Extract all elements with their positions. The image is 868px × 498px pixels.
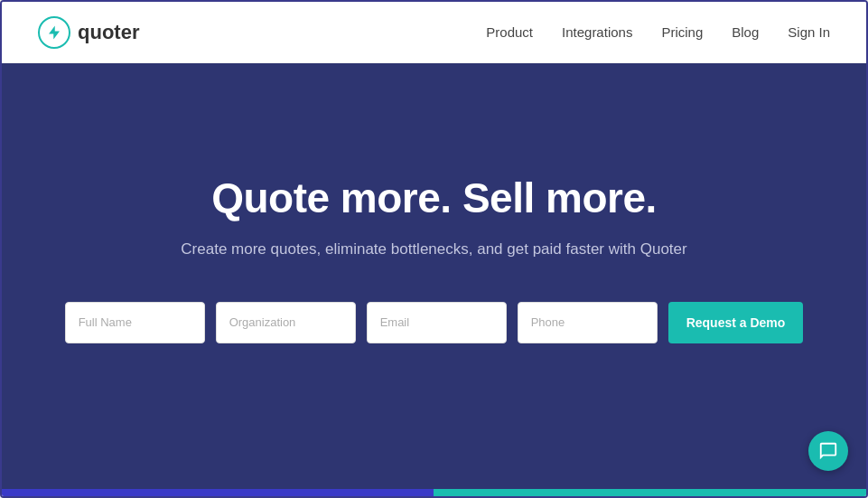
hero-subtitle: Create more quotes, eliminate bottleneck…	[181, 240, 686, 258]
hero-section: Quote more. Sell more. Create more quote…	[2, 63, 866, 489]
nav-links: Product Integrations Pricing Blog Sign I…	[486, 24, 830, 40]
chat-icon	[818, 441, 838, 461]
hero-title: Quote more. Sell more.	[211, 174, 657, 222]
navbar: quoter Product Integrations Pricing Blog…	[2, 2, 866, 63]
nav-link-integrations[interactable]: Integrations	[562, 24, 632, 40]
hero-form: Request a Demo	[65, 302, 804, 343]
nav-link-pricing[interactable]: Pricing	[661, 24, 703, 40]
logo-icon	[38, 16, 70, 49]
browser-frame: quoter Product Integrations Pricing Blog…	[0, 0, 868, 498]
phone-input[interactable]	[518, 302, 658, 343]
fullname-input[interactable]	[65, 302, 205, 343]
logo-text: quoter	[78, 21, 139, 44]
chat-button[interactable]	[808, 431, 848, 471]
nav-link-product[interactable]: Product	[486, 24, 533, 40]
svg-marker-0	[49, 25, 60, 39]
bottom-bar	[2, 489, 866, 496]
request-demo-button[interactable]: Request a Demo	[668, 302, 804, 343]
email-input[interactable]	[367, 302, 507, 343]
logo[interactable]: quoter	[38, 16, 139, 49]
nav-link-blog[interactable]: Blog	[732, 24, 759, 40]
organization-input[interactable]	[216, 302, 356, 343]
nav-link-signin[interactable]: Sign In	[788, 24, 830, 40]
